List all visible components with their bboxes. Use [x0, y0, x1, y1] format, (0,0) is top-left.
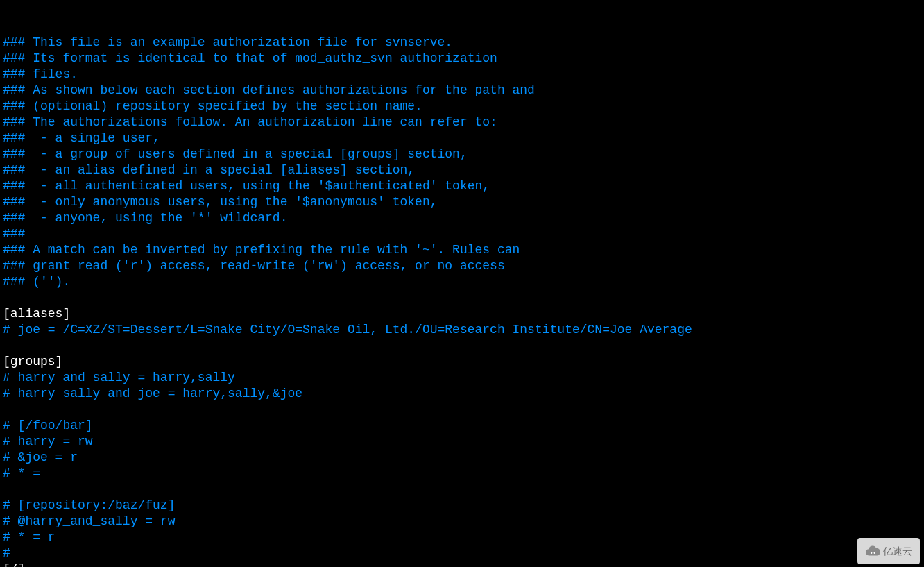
terminal-editor[interactable]: ### This file is an example authorizatio… [0, 0, 924, 567]
svg-point-0 [871, 552, 872, 554]
file-line: ### - a group of users defined in a spec… [3, 146, 921, 162]
file-line: # joe = /C=XZ/ST=Dessert/L=Snake City/O=… [3, 322, 921, 338]
file-line: ### A match can be inverted by prefixing… [3, 242, 921, 258]
file-line [3, 290, 921, 306]
file-content: ### This file is an example authorizatio… [3, 35, 921, 567]
file-line: ### Its format is identical to that of m… [3, 51, 921, 67]
file-line: # harry_and_sally = harry,sally [3, 370, 921, 386]
file-line: [groups] [3, 354, 921, 370]
file-line: [aliases] [3, 306, 921, 322]
cloud-icon [865, 543, 880, 559]
file-line: ### (optional) repository specified by t… [3, 99, 921, 115]
file-line [3, 338, 921, 354]
file-line: ### grant read ('r') access, read-write … [3, 258, 921, 274]
file-line: # harry = rw [3, 434, 921, 450]
watermark-text: 亿速云 [883, 543, 912, 559]
file-line: ### This file is an example authorizatio… [3, 35, 921, 51]
file-line: ### The authorizations follow. An author… [3, 115, 921, 130]
file-line: ### - anyone, using the '*' wildcard. [3, 210, 921, 226]
file-line: # * = r [3, 530, 921, 545]
file-line: ### files. [3, 67, 921, 83]
file-line: [/] [3, 561, 921, 567]
file-line [3, 482, 921, 498]
watermark-badge: 亿速云 [857, 538, 920, 564]
file-line: # * = [3, 466, 921, 482]
file-line: # harry_sally_and_joe = harry,sally,&joe [3, 386, 921, 402]
file-line: ### [3, 226, 921, 242]
file-line: ### - only anonymous users, using the '$… [3, 194, 921, 210]
file-line: ### As shown below each section defines … [3, 83, 921, 99]
file-line: ### - all authenticated users, using the… [3, 178, 921, 194]
file-line: # [repository:/baz/fuz] [3, 498, 921, 514]
file-line: # &joe = r [3, 450, 921, 466]
file-line: # @harry_and_sally = rw [3, 514, 921, 530]
file-line: ### - a single user, [3, 130, 921, 146]
file-line: # [/foo/bar] [3, 418, 921, 434]
file-line: ### - an alias defined in a special [ali… [3, 162, 921, 178]
file-line: ### (''). [3, 274, 921, 290]
file-line [3, 402, 921, 418]
svg-point-1 [874, 552, 875, 554]
file-line: # [3, 545, 921, 561]
